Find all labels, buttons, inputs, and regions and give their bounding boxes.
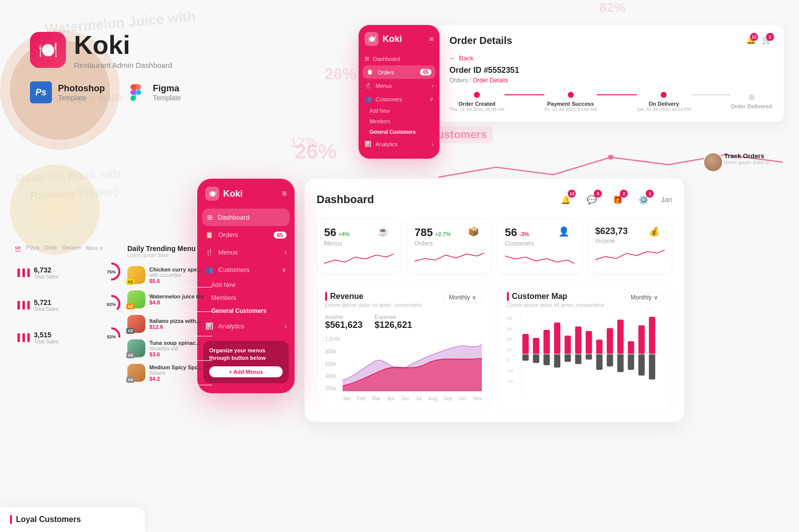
svg-rect-26 bbox=[649, 317, 655, 354]
svg-rect-5 bbox=[533, 354, 539, 363]
income-chart bbox=[595, 249, 665, 264]
daily-trending-section: Daily Trending Menu Lorem ipsum dolor #1… bbox=[127, 245, 212, 385]
svg-rect-3 bbox=[522, 354, 529, 361]
chat-button[interactable]: 💬 5 bbox=[583, 191, 601, 209]
settings-button[interactable]: ⚙️ 1 bbox=[635, 191, 653, 209]
cart-icon[interactable]: 🛒 2 bbox=[762, 35, 772, 44]
mobile-mockup-small: 🍽️ Koki ≡ ⊞Dashboard 📋Orders 65 🍴Menus› … bbox=[359, 25, 439, 159]
small-mobile-menu-icon[interactable]: ≡ bbox=[429, 35, 433, 43]
svg-rect-12 bbox=[575, 326, 582, 354]
svg-rect-23 bbox=[628, 354, 634, 370]
small-nav-orders[interactable]: 📋Orders 65 bbox=[363, 65, 435, 79]
revenue-chart-area bbox=[343, 336, 482, 391]
bell-button[interactable]: 🔔 12 bbox=[557, 191, 575, 209]
mobile-logo-icon: 🍽️ bbox=[205, 187, 219, 201]
small-nav-general-customers[interactable]: General Customers bbox=[359, 127, 439, 137]
mobile-nav-dashboard[interactable]: ⊞ Dashboard bbox=[202, 209, 290, 226]
figma-icon bbox=[125, 81, 147, 103]
mobile-nav-orders[interactable]: 📋 Orders 65 bbox=[197, 226, 295, 244]
svg-rect-16 bbox=[596, 339, 603, 354]
stats-item-1: ▐▐▐ 6,732 Total Sales 75% bbox=[15, 257, 122, 289]
cat-tab-drink[interactable]: Drink bbox=[44, 245, 57, 252]
photoshop-badge: Ps Photoshop Template bbox=[30, 81, 105, 103]
dashboard-icon-row: 🔔 12 💬 5 🎁 2 ⚙️ 1 Jan bbox=[557, 191, 672, 209]
pct-overlay-26: 26% bbox=[295, 140, 337, 164]
svg-rect-6 bbox=[543, 330, 550, 354]
svg-rect-4 bbox=[533, 338, 539, 354]
svg-text:75%: 75% bbox=[107, 269, 116, 274]
figma-sub: Template bbox=[153, 94, 181, 102]
mobile-hamburger-icon[interactable]: ≡ bbox=[282, 189, 287, 198]
svg-rect-8 bbox=[554, 322, 560, 354]
stats-row: 56 +4% Menus ☕ 785 +2.7% bbox=[317, 219, 672, 273]
template-badges: Ps Photoshop Template Figma Template bbox=[30, 81, 181, 103]
cat-tab-more[interactable]: More ∨ bbox=[86, 245, 103, 252]
orders-chart bbox=[414, 251, 484, 266]
stats-item-2: ▐▐▐ 5,721 Total Sales 62% bbox=[15, 289, 122, 321]
revenue-card: Revenue Lorem ipsum dolor sit amet, cons… bbox=[317, 283, 490, 410]
svg-rect-27 bbox=[649, 354, 655, 379]
customer-map-chart: 80 60 40 20 0 -20 -40 bbox=[507, 314, 664, 394]
cat-tab-pizza[interactable]: Pizza bbox=[26, 245, 39, 252]
bar-chart-icon-1: ▐▐▐ bbox=[15, 268, 30, 276]
stat-menus: 56 +4% Menus ☕ bbox=[317, 219, 401, 273]
small-nav-customers[interactable]: 👥Customers∨ bbox=[359, 92, 439, 106]
revenue-indicator bbox=[325, 292, 327, 301]
track-label: Track Orders lorem ipsum dolor si... bbox=[724, 152, 773, 165]
svg-rect-15 bbox=[586, 354, 592, 359]
svg-rect-24 bbox=[638, 325, 645, 354]
small-nav-dashboard[interactable]: ⊞Dashboard bbox=[359, 52, 439, 65]
small-nav-analytics[interactable]: 📊Analytics› bbox=[359, 137, 439, 151]
bottom-row: Revenue Lorem ipsum dolor sit amet, cons… bbox=[317, 283, 672, 410]
small-nav-add-new[interactable]: Add New bbox=[359, 106, 439, 116]
revenue-period-btn[interactable]: Monthly ∨ bbox=[443, 292, 482, 303]
svg-rect-10 bbox=[565, 335, 571, 354]
loyal-title-text: Loyal Customers bbox=[16, 515, 81, 524]
dashboard-title: Dashboard bbox=[317, 193, 374, 206]
bar-chart-icon-2: ▐▐▐ bbox=[15, 301, 30, 309]
cat-tab-se[interactable]: se bbox=[15, 245, 21, 252]
small-nav-members[interactable]: Members bbox=[359, 116, 439, 127]
breadcrumb: Orders / Order Details bbox=[449, 77, 772, 84]
food-item-4: #4 Tuna soup spinac... himalaya salt $3.… bbox=[127, 336, 212, 361]
order-details-panel: Order Details 🔔 13 🛒 2 ← Back Order ID #… bbox=[437, 25, 784, 122]
back-link[interactable]: ← Back bbox=[449, 54, 772, 62]
svg-text:52%: 52% bbox=[107, 334, 116, 339]
dashboard-panel: Dashboard 🔔 12 💬 5 🎁 2 ⚙️ 1 Jan bbox=[305, 179, 684, 422]
food-item-1: #1 Chicken curry spe... with cucumber $5… bbox=[127, 263, 212, 287]
ps-icon: Ps bbox=[30, 81, 52, 103]
menus-icon: ☕ bbox=[378, 226, 394, 242]
stat-income: $623,73 Income 💰 bbox=[588, 219, 672, 273]
zero-line bbox=[521, 354, 664, 354]
svg-rect-20 bbox=[617, 319, 624, 354]
svg-point-0 bbox=[608, 155, 614, 160]
stat-orders: 785 +2.7% Orders 📦 bbox=[407, 219, 491, 273]
customer-map-card: Customer Map Lorem ipsum dolor sit amet,… bbox=[498, 283, 672, 410]
cat-tab-dessert[interactable]: Dessert bbox=[62, 245, 81, 252]
svg-rect-19 bbox=[607, 354, 613, 366]
small-nav-menus[interactable]: 🍴Menus› bbox=[359, 79, 439, 92]
customer-map-period-btn[interactable]: Monthly ∨ bbox=[625, 292, 664, 303]
customer-map-y-axis: 80 60 40 20 0 -20 -40 bbox=[507, 314, 521, 394]
food-item-5: #4 Medium Spicy Spc... Italiano $4.2 bbox=[127, 361, 212, 385]
period-label: Jan bbox=[661, 196, 672, 204]
order-timeline: Order Created Thu, 21 Jul 2020, 05:49 AM… bbox=[449, 92, 772, 112]
donut-3: 52% bbox=[100, 325, 122, 349]
add-menus-button[interactable]: + Add Menus bbox=[209, 366, 283, 377]
gift-button[interactable]: 🎁 2 bbox=[609, 191, 627, 209]
donut-2: 62% bbox=[100, 293, 122, 317]
income-icon: 💰 bbox=[649, 226, 665, 242]
dashboard-header: Dashboard 🔔 12 💬 5 🎁 2 ⚙️ 1 Jan bbox=[317, 191, 672, 209]
donut-1: 75% bbox=[100, 261, 122, 284]
svg-rect-2 bbox=[522, 334, 529, 354]
order-id: Order ID #5552351 bbox=[449, 66, 772, 75]
notification-icon[interactable]: 🔔 13 bbox=[746, 35, 756, 44]
svg-rect-17 bbox=[596, 354, 603, 370]
mobile-logo-text: Koki bbox=[223, 189, 243, 199]
svg-rect-25 bbox=[638, 354, 645, 375]
figma-title: Figma bbox=[153, 83, 181, 94]
category-tabs: se Pizza Drink Dessert More ∨ bbox=[15, 245, 122, 252]
bar-chart-icon-3: ▐▐▐ bbox=[15, 333, 30, 341]
svg-text:62%: 62% bbox=[107, 302, 116, 307]
customer-map-bars-area bbox=[521, 314, 664, 394]
